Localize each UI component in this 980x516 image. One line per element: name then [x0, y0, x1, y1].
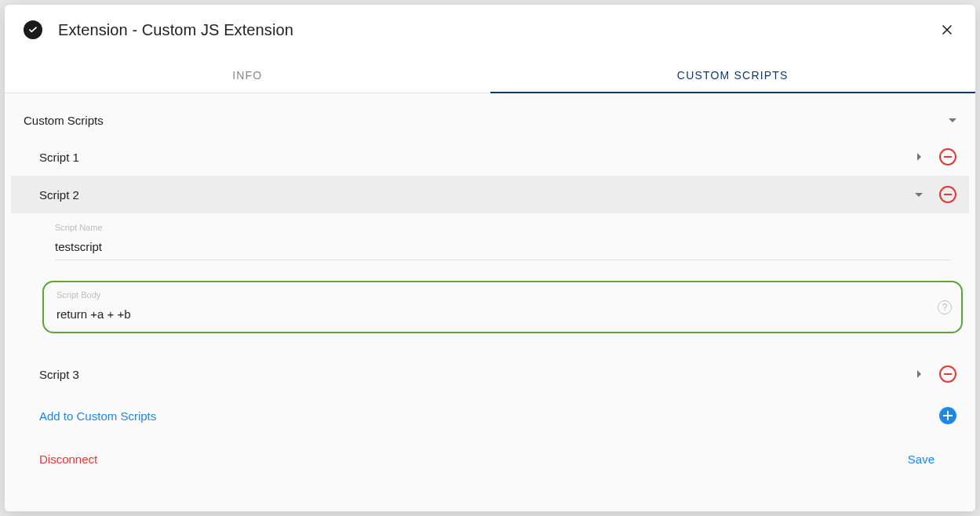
modal-header: Extension - Custom JS Extension — [5, 5, 975, 45]
content-area: Custom Scripts Script 1 Script 2 Script … — [5, 93, 975, 511]
save-button[interactable]: Save — [908, 452, 934, 466]
modal-title: Extension - Custom JS Extension — [58, 21, 938, 39]
script-label: Script 1 — [39, 151, 911, 164]
add-label: Add to Custom Scripts — [39, 409, 939, 423]
script-body-input[interactable]: return +a + +b — [56, 303, 949, 321]
remove-script-icon[interactable] — [939, 148, 956, 165]
close-button[interactable] — [938, 20, 956, 39]
chevron-right-icon — [917, 370, 921, 378]
tab-info[interactable]: INFO — [5, 58, 490, 93]
help-icon[interactable]: ? — [938, 300, 952, 314]
section-custom-scripts[interactable]: Custom Scripts — [11, 103, 969, 138]
plus-circle-icon — [939, 407, 956, 424]
add-script-button[interactable]: Add to Custom Scripts — [11, 393, 969, 438]
script-row-1[interactable]: Script 1 — [11, 138, 969, 176]
script-label: Script 3 — [39, 368, 911, 381]
script-row-3[interactable]: Script 3 — [11, 355, 969, 393]
script-row-2[interactable]: Script 2 — [11, 176, 969, 213]
script-body-field[interactable]: Script Body return +a + +b ? — [42, 281, 963, 333]
remove-script-icon[interactable] — [939, 186, 956, 203]
field-label: Script Body — [56, 290, 949, 300]
check-circle-icon — [24, 20, 42, 39]
tab-custom-scripts[interactable]: CUSTOM SCRIPTS — [490, 58, 976, 93]
script-name-input[interactable]: testscript — [55, 235, 950, 260]
script-label: Script 2 — [39, 188, 911, 202]
remove-script-icon[interactable] — [939, 365, 956, 383]
chevron-down-icon — [949, 118, 956, 122]
tab-bar: INFO CUSTOM SCRIPTS — [5, 58, 975, 93]
script-name-field[interactable]: Script Name testscript — [55, 223, 950, 260]
field-label: Script Name — [55, 223, 950, 232]
chevron-right-icon — [917, 153, 921, 161]
chevron-down-icon — [915, 193, 923, 197]
modal-footer: Disconnect Save — [11, 438, 969, 483]
script-details-2: Script Name testscript Script Body retur… — [11, 213, 969, 355]
modal-dialog: Extension - Custom JS Extension INFO CUS… — [5, 5, 975, 511]
disconnect-button[interactable]: Disconnect — [39, 452, 908, 466]
section-title: Custom Scripts — [24, 114, 949, 127]
